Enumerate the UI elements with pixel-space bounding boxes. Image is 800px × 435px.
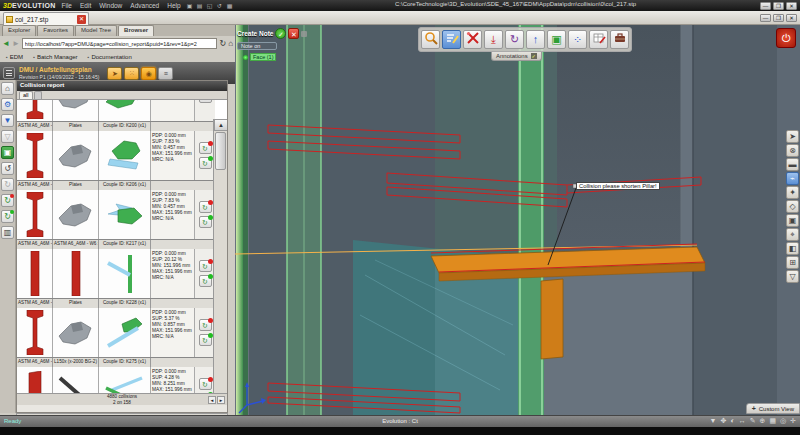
checkbox-icon[interactable]: ▣ bbox=[186, 2, 194, 10]
next-page-button[interactable]: ► bbox=[217, 396, 225, 404]
note-on-label[interactable]: Note on bbox=[237, 42, 277, 50]
slab-right[interactable] bbox=[693, 25, 777, 415]
part2-thumbnail[interactable] bbox=[53, 249, 99, 298]
doc-restore-button[interactable]: ❐ bbox=[773, 14, 784, 22]
note-target-face[interactable]: Face (1) bbox=[243, 53, 287, 61]
status-target-icon[interactable]: ◎ bbox=[780, 417, 786, 425]
filter-view-icon[interactable]: ▽ bbox=[786, 270, 799, 283]
doc-close-button[interactable]: ✕ bbox=[786, 14, 797, 22]
confirm-note-button[interactable]: ✓ bbox=[275, 28, 286, 39]
grid-icon[interactable]: ▦ bbox=[226, 2, 234, 10]
part2-thumbnail[interactable] bbox=[53, 367, 99, 393]
refresh-icon[interactable]: ↻ bbox=[219, 39, 226, 48]
part1-thumbnail[interactable] bbox=[17, 100, 53, 121]
refresh-cancel-icon[interactable]: ↻ bbox=[1, 178, 14, 191]
approve-action-button[interactable]: ↻ bbox=[199, 100, 212, 103]
part1-thumbnail[interactable] bbox=[17, 249, 53, 298]
annotations-tab[interactable]: Annotations ✓ bbox=[491, 52, 542, 61]
doc-minimize-button[interactable]: ― bbox=[760, 14, 771, 22]
image-capture-icon[interactable]: ▣ bbox=[786, 214, 799, 227]
cube-view-icon[interactable]: ◇ bbox=[786, 200, 799, 213]
collision-thumbnail[interactable] bbox=[99, 190, 151, 239]
tab-model-tree[interactable]: Model Tree bbox=[75, 25, 117, 36]
part1-thumbnail[interactable] bbox=[17, 190, 53, 239]
approve-action-button[interactable]: ↻ bbox=[199, 157, 212, 169]
magnet-snap-icon[interactable]: ⌁ bbox=[786, 172, 799, 185]
collision-thumbnail[interactable] bbox=[99, 367, 151, 393]
note-edit-icon[interactable] bbox=[442, 30, 461, 49]
filter-disabled-icon[interactable]: ▽ bbox=[1, 130, 14, 143]
collision-thumbnail[interactable] bbox=[99, 131, 151, 180]
settings-gear-icon[interactable]: ⚙ bbox=[1, 98, 14, 111]
options-button[interactable]: ≡ bbox=[158, 67, 173, 80]
save-icon[interactable]: ▥ bbox=[1, 226, 14, 239]
minimize-button[interactable]: ― bbox=[760, 2, 771, 10]
url-input[interactable] bbox=[22, 38, 218, 49]
notes-grid-icon[interactable] bbox=[589, 30, 608, 49]
grid-panel-icon[interactable]: ⊞ bbox=[786, 256, 799, 269]
rotate-icon[interactable]: ↻ bbox=[505, 30, 524, 49]
approve-action-button[interactable]: ↻ bbox=[199, 275, 212, 287]
table-row[interactable]: ASTM A6_A6M - W6 x 15 ... L150x (x-2000 … bbox=[17, 358, 215, 393]
layout-icon[interactable]: ◱ bbox=[206, 2, 214, 10]
status-cursor-icon[interactable]: ✥ bbox=[721, 417, 727, 425]
collision-thumbnail[interactable] bbox=[99, 249, 151, 298]
collision-thumbnail[interactable] bbox=[99, 100, 151, 121]
menu-window[interactable]: Window bbox=[99, 2, 122, 9]
part2-thumbnail[interactable] bbox=[53, 190, 99, 239]
table-row[interactable]: ASTM A6_A6M - W6 x 15 ... Plates Couple … bbox=[17, 299, 215, 358]
table-row[interactable]: ASTM A6_A6M - W6 x 15 ... Plates Couple … bbox=[17, 181, 215, 240]
pick-tool-button[interactable]: ➤ bbox=[107, 67, 122, 80]
cancel-note-button[interactable]: ✕ bbox=[288, 28, 299, 39]
prev-page-button[interactable]: ◄ bbox=[208, 396, 216, 404]
dark-slab-upper[interactable] bbox=[557, 25, 681, 263]
status-clipboard-icon[interactable]: ▦ bbox=[769, 417, 776, 425]
copy-frame-icon[interactable]: ▣ bbox=[547, 30, 566, 49]
reject-action-button[interactable]: ↻ bbox=[199, 201, 212, 213]
collision-tool-button[interactable]: ◉ bbox=[141, 67, 156, 80]
menu-help[interactable]: Help bbox=[167, 2, 180, 9]
maximize-button[interactable]: ❐ bbox=[773, 2, 784, 10]
forward-icon[interactable]: ► bbox=[12, 39, 20, 49]
measure-arrow-icon[interactable]: ⤓ bbox=[484, 30, 503, 49]
tab-favorites[interactable]: Favorites bbox=[37, 25, 74, 36]
power-exit-button[interactable]: ⏻ bbox=[776, 28, 796, 48]
filter-icon[interactable]: ▼ bbox=[1, 114, 14, 127]
status-pan-icon[interactable]: ↔ bbox=[739, 417, 746, 425]
cursor-select-icon[interactable]: ➤ bbox=[786, 130, 799, 143]
table-scrollbar[interactable]: ▲ ▼ bbox=[213, 119, 227, 393]
table-row[interactable]: MIN: 3.509 mm MAX: 151.996 mm MRC: N/A ↻ bbox=[17, 100, 215, 122]
annotations-check-icon[interactable]: ✓ bbox=[531, 53, 537, 59]
part1-thumbnail[interactable] bbox=[17, 131, 53, 180]
rotate-cube-icon[interactable]: ◧ bbox=[786, 242, 799, 255]
link-documentation[interactable]: Documentation bbox=[88, 54, 132, 60]
status-filter-icon[interactable]: ▼ bbox=[710, 417, 717, 425]
status-edit-icon[interactable]: ✎ bbox=[750, 417, 756, 425]
back-icon[interactable]: ◄ bbox=[2, 39, 10, 49]
tab-explorer[interactable]: Explorer bbox=[2, 25, 36, 36]
tab-browser[interactable]: Browser bbox=[118, 25, 154, 36]
status-red-icon[interactable]: ↻ bbox=[1, 194, 14, 207]
report-tab-add[interactable] bbox=[34, 91, 42, 99]
link-edm[interactable]: EDM bbox=[6, 54, 23, 60]
reject-action-button[interactable]: ↻ bbox=[199, 319, 212, 331]
home-page-icon[interactable]: ⌂ bbox=[1, 82, 14, 95]
scrollbar-thumb[interactable] bbox=[215, 132, 226, 170]
refresh-cycle-icon[interactable]: ↺ bbox=[1, 162, 14, 175]
axis-icon[interactable]: ⌖ bbox=[786, 228, 799, 241]
part2-thumbnail[interactable] bbox=[53, 131, 99, 180]
custom-view-button[interactable]: + Custom View bbox=[746, 403, 800, 414]
section-icon[interactable]: ▬ bbox=[786, 158, 799, 171]
upload-icon[interactable]: ↑ bbox=[526, 30, 545, 49]
collision-thumbnail[interactable] bbox=[99, 308, 151, 357]
home-icon[interactable]: ⌂ bbox=[228, 39, 233, 48]
select-bounds-icon[interactable]: ⁘ bbox=[568, 30, 587, 49]
menu-advanced[interactable]: Advanced bbox=[130, 2, 159, 9]
reject-action-button[interactable]: ↻ bbox=[199, 260, 212, 272]
toolbox-icon[interactable] bbox=[610, 30, 629, 49]
3d-scene[interactable] bbox=[235, 25, 800, 415]
close-tab-icon[interactable]: ✕ bbox=[77, 15, 86, 24]
green-column-edge[interactable] bbox=[236, 25, 243, 415]
link-batch-manager[interactable]: Batch Manager bbox=[33, 54, 77, 60]
person-view-icon[interactable]: ✦ bbox=[786, 186, 799, 199]
